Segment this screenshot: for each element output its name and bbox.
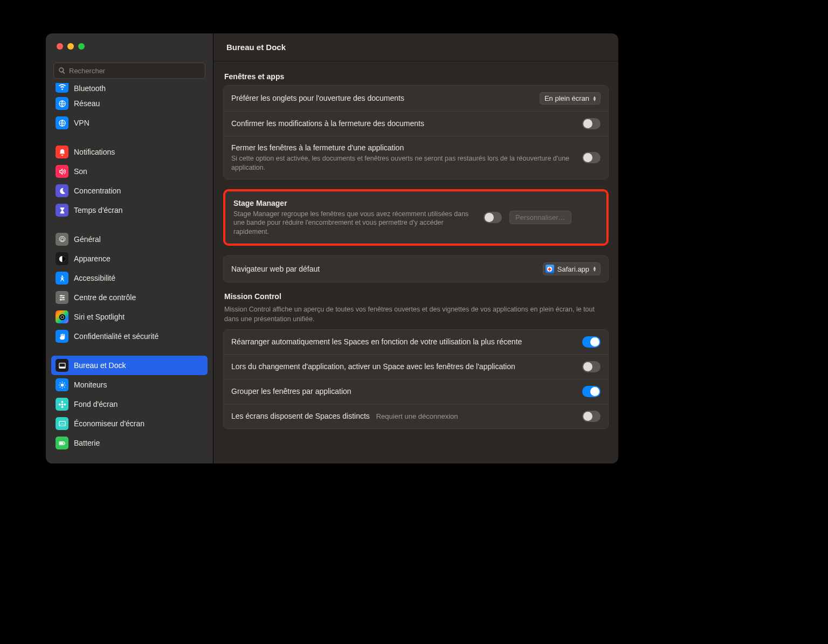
row-close-windows: Fermer les fenêtres à la fermeture d'une… — [224, 136, 608, 179]
sidebar-item-label: Temps d'écran — [74, 206, 123, 214]
sidebar-item-label: Réseau — [74, 99, 100, 108]
sidebar-item-siri-et-spotlight[interactable]: Siri et Spotlight — [51, 307, 208, 327]
content-pane: Bureau et Dock Fenêtres et apps Préférer… — [213, 33, 618, 463]
svg-point-4 — [60, 295, 62, 296]
sidebar-item--conomiseur-d-cran[interactable]: Économiseur d'écran — [51, 414, 208, 433]
sidebar-item-label: Confidentialité et sécurité — [74, 332, 158, 341]
sidebar-item-label: Son — [74, 167, 87, 176]
toggle-rearrange-spaces[interactable] — [582, 336, 601, 348]
label-separate-spaces-hint: Requiert une déconnexion — [376, 412, 458, 420]
svg-point-7 — [59, 314, 65, 320]
sidebar-item-bluetooth[interactable]: Bluetooth — [51, 83, 208, 94]
panel-stage-manager: Stage Manager Stage Manager regroupe les… — [225, 191, 606, 244]
hand-icon — [56, 330, 68, 343]
sidebar-item-temps-d-cran[interactable]: Temps d'écran — [51, 200, 208, 220]
safari-icon — [546, 265, 554, 273]
search-input[interactable]: Rechercher — [53, 63, 205, 79]
system-settings-window: Rechercher BluetoothRéseauVPNNotificatio… — [46, 33, 618, 463]
globe-icon — [56, 116, 68, 129]
label-close-windows-sub: Si cette option est activée, les documen… — [231, 154, 575, 172]
sidebar-item-label: Apparence — [74, 254, 111, 263]
page-title: Bureau et Dock — [226, 43, 286, 52]
sidebar-item-label: VPN — [74, 119, 89, 127]
select-tabs-preference[interactable]: En plein écran ▲▼ — [540, 92, 601, 105]
access-icon — [56, 272, 68, 285]
row-confirm-close: Confirmer les modifications à la fermetu… — [224, 112, 608, 136]
svg-rect-19 — [59, 442, 63, 444]
panel-mission-control: Réarranger automatiquement les Spaces en… — [223, 329, 609, 429]
svg-point-15 — [58, 403, 60, 405]
sidebar-item-centre-de-contr-le[interactable]: Centre de contrôle — [51, 288, 208, 307]
sidebar-item-r-seau[interactable]: Réseau — [51, 94, 208, 113]
flower-icon — [56, 398, 68, 411]
sidebar-item-son[interactable]: Son — [51, 162, 208, 181]
toggle-confirm-close[interactable] — [582, 118, 601, 129]
section-title-windows-apps: Fenêtres et apps — [224, 72, 608, 81]
sidebar-item-batterie[interactable]: Batterie — [51, 433, 208, 453]
sidebar-item-apparence[interactable]: Apparence — [51, 249, 208, 268]
sidebar: Rechercher BluetoothRéseauVPNNotificatio… — [46, 33, 213, 463]
select-default-browser[interactable]: Safari.app ▲▼ — [543, 262, 601, 275]
svg-rect-20 — [65, 442, 65, 444]
sidebar-item-accessibilit-[interactable]: Accessibilité — [51, 268, 208, 288]
toggle-group-by-app[interactable] — [582, 386, 601, 397]
row-switch-space: Lors du changement d'application, active… — [224, 355, 608, 379]
sidebar-item-vpn[interactable]: VPN — [51, 113, 208, 133]
close-window-button[interactable] — [57, 43, 63, 50]
button-customize-stage-manager[interactable]: Personnaliser… — [509, 211, 571, 224]
sidebar-item-notifications[interactable]: Notifications — [51, 142, 208, 162]
toggle-switch-space[interactable] — [582, 361, 601, 372]
toggle-separate-spaces[interactable] — [582, 411, 601, 422]
sidebar-item-label: Bureau et Dock — [74, 361, 126, 370]
row-separate-spaces: Les écrans disposent de Spaces distincts… — [224, 404, 608, 428]
svg-rect-10 — [59, 366, 65, 368]
label-close-windows: Fermer les fenêtres à la fermeture d'une… — [231, 143, 575, 172]
search-placeholder: Rechercher — [69, 67, 105, 75]
sidebar-item-label: Concentration — [74, 186, 121, 195]
section-title-mission-control: Mission Control — [224, 292, 608, 301]
sidebar-item-g-n-ral[interactable]: Général — [51, 230, 208, 249]
label-confirm-close: Confirmer les modifications à la fermetu… — [231, 119, 575, 129]
moon-icon — [56, 184, 68, 197]
label-stage-manager: Stage Manager Stage Manager regroupe les… — [233, 198, 476, 237]
sidebar-item-concentration[interactable]: Concentration — [51, 181, 208, 200]
toggle-stage-manager[interactable] — [484, 212, 502, 223]
svg-point-6 — [60, 299, 61, 300]
toggle-close-windows[interactable] — [582, 152, 601, 163]
row-group-by-app: Grouper les fenêtres par application — [224, 379, 608, 404]
sidebar-item-label: Notifications — [74, 148, 115, 156]
sidebar-item-label: Moniteurs — [74, 380, 107, 389]
sidebar-item-confidentialit-et-s-curit-[interactable]: Confidentialité et sécurité — [51, 327, 208, 346]
sidebar-item-label: Accessibilité — [74, 274, 115, 282]
content-scroll[interactable]: Fenêtres et apps Préférer les onglets po… — [213, 61, 618, 463]
sidebar-item-label: Général — [74, 235, 101, 244]
label-default-browser: Navigateur web par défaut — [231, 264, 535, 274]
svg-point-14 — [61, 406, 63, 408]
sidebar-item-label: Batterie — [74, 439, 100, 447]
search-icon — [58, 67, 66, 74]
chevron-updown-icon: ▲▼ — [592, 266, 597, 272]
sidebar-item-moniteurs[interactable]: Moniteurs — [51, 375, 208, 394]
svg-point-11 — [60, 383, 64, 386]
sidebar-item-bureau-et-dock[interactable]: Bureau et Dock — [51, 356, 208, 375]
screensaver-icon — [56, 417, 68, 430]
select-tabs-preference-value: En plein écran — [544, 94, 589, 102]
minimize-window-button[interactable] — [67, 43, 74, 50]
sidebar-item-label: Bluetooth — [74, 84, 106, 93]
contrast-icon — [56, 252, 68, 265]
bell-icon — [56, 146, 68, 158]
titlebar: Bureau et Dock — [213, 33, 618, 61]
gear-icon — [56, 233, 68, 246]
sliders-icon — [56, 291, 68, 304]
sidebar-item-label: Centre de contrôle — [74, 293, 136, 302]
svg-point-12 — [61, 403, 63, 405]
label-separate-spaces: Les écrans disposent de Spaces distincts… — [231, 411, 575, 421]
label-stage-manager-text: Stage Manager — [233, 199, 287, 207]
highlight-stage-manager: Stage Manager Stage Manager regroupe les… — [223, 189, 609, 246]
siri-icon — [56, 310, 68, 323]
sidebar-item-label: Fond d'écran — [74, 400, 118, 408]
maximize-window-button[interactable] — [78, 43, 85, 50]
sidebar-item-fond-d-cran[interactable]: Fond d'écran — [51, 394, 208, 414]
row-rearrange-spaces: Réarranger automatiquement les Spaces en… — [224, 330, 608, 355]
svg-point-16 — [64, 403, 66, 405]
